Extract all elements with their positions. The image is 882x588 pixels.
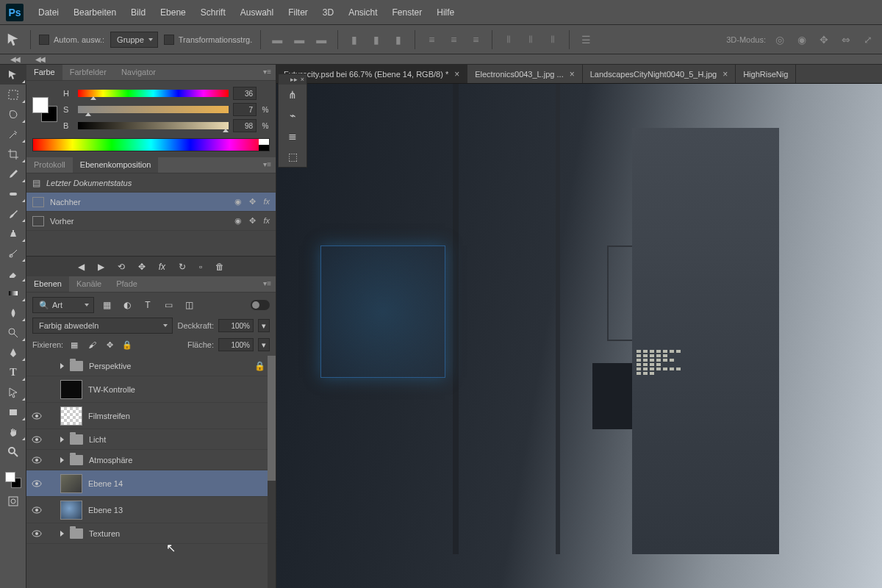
- panel-menu-icon[interactable]: ▾≡: [263, 279, 271, 287]
- collapse-icon[interactable]: ▸▸: [290, 76, 298, 83]
- layer-ebene-13[interactable]: Ebene 13: [26, 497, 276, 523]
- blend-mode-dropdown[interactable]: Farbig abwedeln: [32, 318, 173, 334]
- layer-filter-dropdown[interactable]: 🔍Art: [32, 297, 94, 313]
- magic-wand-tool[interactable]: [0, 124, 26, 144]
- eyedropper-tool[interactable]: [0, 164, 26, 184]
- fill-flyout-icon[interactable]: ▾: [258, 338, 270, 351]
- brush-preset-icon[interactable]: ⋔: [279, 85, 306, 105]
- next-comp-icon[interactable]: ▶: [98, 262, 104, 272]
- distribute-right-icon[interactable]: ⦀: [545, 32, 561, 48]
- type-tool[interactable]: T: [0, 362, 26, 382]
- document-canvas[interactable]: [276, 84, 882, 588]
- layer-visibility[interactable]: [26, 456, 47, 464]
- close-icon[interactable]: ×: [301, 76, 304, 83]
- layer-group-licht[interactable]: Licht: [26, 429, 276, 450]
- menu-auswahl[interactable]: Auswahl: [233, 2, 281, 23]
- layer-filmstreifen[interactable]: Filmstreifen: [26, 403, 276, 429]
- prev-comp-icon[interactable]: ◀: [78, 262, 85, 272]
- group-disclosure-icon[interactable]: [60, 437, 64, 442]
- sat-slider[interactable]: [78, 106, 229, 113]
- tab-farbfelder[interactable]: Farbfelder: [62, 65, 114, 80]
- blur-tool[interactable]: [0, 303, 26, 323]
- layer-visibility[interactable]: [26, 530, 47, 537]
- hue-input[interactable]: 36: [233, 87, 257, 100]
- transform-controls-checkbox[interactable]: Transformationsstrg.: [164, 35, 252, 45]
- align-vcenter-icon[interactable]: ▬: [291, 32, 307, 48]
- layer-ebene-14[interactable]: Ebene 14: [26, 470, 276, 497]
- 3d-pan-icon[interactable]: ✥: [816, 32, 832, 48]
- tab-pfade[interactable]: Pfade: [109, 276, 145, 292]
- filter-smart-icon[interactable]: ◫: [181, 298, 197, 312]
- marquee-tool[interactable]: [0, 85, 26, 104]
- group-disclosure-icon[interactable]: [60, 457, 64, 463]
- path-select-tool[interactable]: [0, 382, 26, 402]
- panel-menu-icon[interactable]: ▾≡: [263, 68, 271, 76]
- 3d-orbit-icon[interactable]: ◎: [772, 32, 788, 48]
- eraser-tool[interactable]: [0, 263, 26, 283]
- filter-toggle[interactable]: [251, 300, 270, 310]
- 3d-slide-icon[interactable]: ⇔: [838, 32, 854, 48]
- group-disclosure-icon[interactable]: [60, 531, 64, 537]
- menu-bild[interactable]: Bild: [123, 2, 153, 23]
- bri-input[interactable]: 98: [233, 119, 257, 132]
- group-disclosure-icon[interactable]: [60, 363, 64, 369]
- hand-tool[interactable]: [0, 422, 26, 442]
- floating-tool-panel[interactable]: ▸▸× ⋔ ⌁ ≣ ⬚: [278, 74, 307, 168]
- menu-ebene[interactable]: Ebene: [153, 2, 193, 23]
- clone-stamp-tool[interactable]: [0, 223, 26, 243]
- collapse-left-icon[interactable]: ◀◀: [10, 55, 19, 63]
- filter-adjust-icon[interactable]: ◐: [119, 298, 135, 312]
- doc-tab-landscapes[interactable]: LandscapesCityNight0040_5_H.jpg ×: [583, 65, 736, 83]
- align-bottom-icon[interactable]: ▬: [313, 32, 329, 48]
- lock-all-icon[interactable]: 🔒: [121, 339, 134, 351]
- filter-type-icon[interactable]: T: [140, 298, 156, 312]
- tab-farbe[interactable]: Farbe: [26, 65, 62, 80]
- layer-thumbnail[interactable]: [60, 406, 82, 426]
- brush-tool[interactable]: [0, 204, 26, 223]
- lock-image-icon[interactable]: 🖌: [85, 339, 98, 351]
- comp-apply-icon[interactable]: [32, 197, 44, 207]
- gradient-tool[interactable]: [0, 283, 26, 303]
- sat-input[interactable]: 7: [233, 103, 257, 116]
- opacity-flyout-icon[interactable]: ▾: [258, 319, 270, 332]
- panel-menu-icon[interactable]: ▾≡: [263, 160, 271, 168]
- tab-protokoll[interactable]: Protokoll: [26, 157, 73, 173]
- fg-bg-color-swatch[interactable]: [5, 472, 21, 488]
- new-comp-icon[interactable]: ▫: [199, 262, 202, 272]
- hue-slider[interactable]: [78, 90, 229, 97]
- tab-kanaele[interactable]: Kanäle: [69, 276, 109, 292]
- doc-status-row[interactable]: ▤ Letzter Dokumentstatus: [26, 173, 276, 193]
- comp-item-vorher[interactable]: Vorher ◉✥fx: [26, 212, 276, 231]
- align-top-icon[interactable]: ▬: [269, 32, 285, 48]
- spectrum-ramp[interactable]: [32, 138, 270, 151]
- sync-comp-icon[interactable]: ↻: [179, 262, 186, 272]
- pen-tool[interactable]: [0, 343, 26, 362]
- layer-thumbnail[interactable]: [60, 474, 82, 493]
- history-brush-tool[interactable]: [0, 243, 26, 263]
- close-tab-icon[interactable]: ×: [723, 69, 728, 79]
- comp-item-nachher[interactable]: Nachher ◉✥fx: [26, 193, 276, 212]
- auto-select-checkbox[interactable]: Autom. ausw.:: [39, 35, 104, 45]
- lock-position-icon[interactable]: ✥: [103, 339, 116, 351]
- tab-navigator[interactable]: Navigator: [114, 65, 163, 80]
- layer-group-texturen[interactable]: Texturen: [26, 523, 276, 544]
- 3d-roll-icon[interactable]: ◉: [794, 32, 810, 48]
- layer-thumbnail[interactable]: [60, 501, 82, 520]
- close-tab-icon[interactable]: ×: [454, 69, 459, 79]
- align-left-icon[interactable]: ▮: [346, 32, 362, 48]
- move-tool[interactable]: [0, 65, 26, 85]
- doc-tab-electronics[interactable]: Electronics0043_L.jpg ... ×: [467, 65, 582, 83]
- fill-input[interactable]: 100%: [218, 338, 254, 351]
- update-fx-icon[interactable]: fx: [159, 262, 165, 272]
- brush-style-icon[interactable]: ≣: [279, 126, 306, 146]
- auto-select-dropdown[interactable]: Gruppe: [110, 32, 158, 48]
- layer-visibility[interactable]: [26, 436, 47, 443]
- menu-hilfe[interactable]: Hilfe: [429, 2, 462, 23]
- align-hcenter-icon[interactable]: ▮: [368, 32, 384, 48]
- zoom-tool[interactable]: [0, 442, 26, 462]
- menu-bearbeiten[interactable]: Bearbeiten: [66, 2, 123, 23]
- update-comp-icon[interactable]: ⟲: [118, 262, 125, 272]
- close-tab-icon[interactable]: ×: [570, 69, 575, 79]
- lock-transparent-icon[interactable]: ▦: [68, 339, 81, 351]
- update-pos-icon[interactable]: ✥: [138, 262, 146, 272]
